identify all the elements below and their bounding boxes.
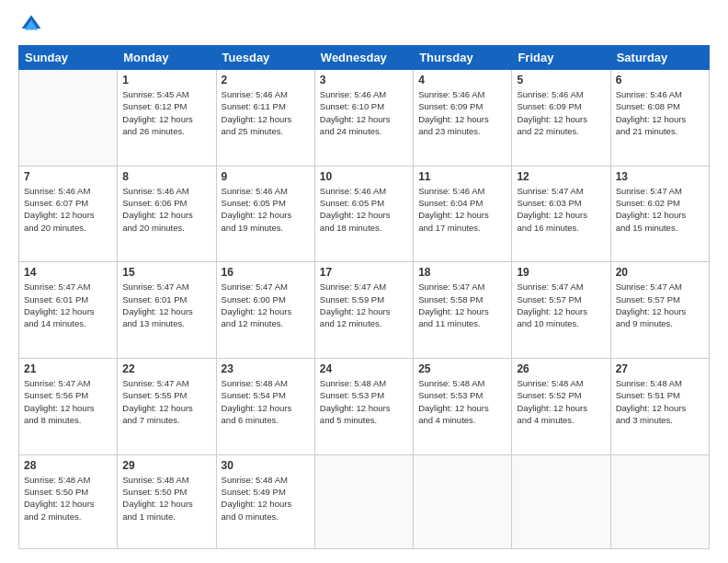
day-number: 28: [24, 459, 112, 472]
day-info: Sunrise: 5:47 AM Sunset: 6:01 PM Dayligh…: [122, 281, 210, 329]
day-number: 1: [122, 74, 210, 86]
day-cell: 27Sunrise: 5:48 AM Sunset: 5:51 PM Dayli…: [610, 359, 709, 455]
day-number: 19: [517, 266, 605, 279]
day-cell: 1Sunrise: 5:45 AM Sunset: 6:12 PM Daylig…: [118, 70, 216, 167]
day-number: 15: [122, 266, 210, 279]
day-info: Sunrise: 5:46 AM Sunset: 6:05 PM Dayligh…: [222, 185, 310, 234]
day-info: Sunrise: 5:47 AM Sunset: 6:02 PM Dayligh…: [616, 185, 704, 234]
day-number: 9: [222, 170, 310, 183]
day-number: 14: [24, 266, 112, 279]
day-info: Sunrise: 5:48 AM Sunset: 5:49 PM Dayligh…: [222, 474, 310, 523]
day-cell: 19Sunrise: 5:47 AM Sunset: 5:57 PM Dayli…: [512, 262, 610, 359]
day-cell: 10Sunrise: 5:46 AM Sunset: 6:05 PM Dayli…: [314, 166, 413, 262]
day-number: 2: [222, 74, 310, 86]
day-cell: [512, 454, 610, 548]
day-cell: 6Sunrise: 5:46 AM Sunset: 6:08 PM Daylig…: [610, 70, 709, 167]
day-number: 26: [517, 362, 605, 375]
day-info: Sunrise: 5:48 AM Sunset: 5:51 PM Dayligh…: [616, 377, 704, 426]
day-number: 17: [320, 266, 408, 279]
day-info: Sunrise: 5:47 AM Sunset: 5:55 PM Dayligh…: [122, 377, 210, 426]
day-info: Sunrise: 5:47 AM Sunset: 5:59 PM Dayligh…: [320, 281, 408, 329]
day-cell: 22Sunrise: 5:47 AM Sunset: 5:55 PM Dayli…: [118, 359, 216, 455]
day-cell: 11Sunrise: 5:46 AM Sunset: 6:04 PM Dayli…: [414, 166, 512, 262]
day-cell: 20Sunrise: 5:47 AM Sunset: 5:57 PM Dayli…: [610, 262, 709, 359]
week-row-2: 7Sunrise: 5:46 AM Sunset: 6:07 PM Daylig…: [19, 166, 710, 262]
day-number: 10: [320, 170, 408, 183]
day-info: Sunrise: 5:47 AM Sunset: 5:57 PM Dayligh…: [517, 281, 605, 329]
day-number: 16: [222, 266, 310, 279]
day-info: Sunrise: 5:48 AM Sunset: 5:52 PM Dayligh…: [517, 377, 605, 426]
day-cell: 25Sunrise: 5:48 AM Sunset: 5:53 PM Dayli…: [414, 359, 512, 455]
logo: [18, 14, 42, 36]
day-number: 22: [122, 362, 210, 375]
header-cell-tuesday: Tuesday: [216, 46, 314, 70]
day-cell: 21Sunrise: 5:47 AM Sunset: 5:56 PM Dayli…: [19, 359, 118, 455]
day-cell: 23Sunrise: 5:48 AM Sunset: 5:54 PM Dayli…: [216, 359, 314, 455]
day-info: Sunrise: 5:47 AM Sunset: 5:56 PM Dayligh…: [24, 377, 112, 426]
day-cell: [19, 70, 118, 167]
day-number: 3: [320, 74, 408, 86]
day-number: 30: [222, 459, 310, 472]
day-cell: 12Sunrise: 5:47 AM Sunset: 6:03 PM Dayli…: [512, 166, 610, 262]
header-cell-wednesday: Wednesday: [314, 46, 413, 70]
day-number: 27: [616, 362, 704, 375]
header-cell-monday: Monday: [118, 46, 216, 70]
day-cell: 13Sunrise: 5:47 AM Sunset: 6:02 PM Dayli…: [610, 166, 709, 262]
day-cell: 2Sunrise: 5:46 AM Sunset: 6:11 PM Daylig…: [216, 70, 314, 167]
day-cell: 8Sunrise: 5:46 AM Sunset: 6:06 PM Daylig…: [118, 166, 216, 262]
header-cell-saturday: Saturday: [610, 46, 709, 70]
day-info: Sunrise: 5:47 AM Sunset: 5:58 PM Dayligh…: [418, 281, 506, 329]
header-cell-thursday: Thursday: [414, 46, 512, 70]
day-cell: 17Sunrise: 5:47 AM Sunset: 5:59 PM Dayli…: [314, 262, 413, 359]
logo-icon: [20, 14, 42, 36]
day-info: Sunrise: 5:47 AM Sunset: 6:01 PM Dayligh…: [24, 281, 112, 329]
header-cell-sunday: Sunday: [19, 46, 118, 70]
day-info: Sunrise: 5:48 AM Sunset: 5:53 PM Dayligh…: [418, 377, 506, 426]
day-cell: 7Sunrise: 5:46 AM Sunset: 6:07 PM Daylig…: [19, 166, 118, 262]
header: [18, 14, 710, 36]
week-row-4: 21Sunrise: 5:47 AM Sunset: 5:56 PM Dayli…: [19, 359, 710, 455]
page: SundayMondayTuesdayWednesdayThursdayFrid…: [0, 0, 728, 563]
day-number: 7: [24, 170, 112, 183]
day-cell: 15Sunrise: 5:47 AM Sunset: 6:01 PM Dayli…: [118, 262, 216, 359]
day-number: 5: [517, 74, 605, 86]
day-cell: [414, 454, 512, 548]
day-cell: 16Sunrise: 5:47 AM Sunset: 6:00 PM Dayli…: [216, 262, 314, 359]
day-number: 21: [24, 362, 112, 375]
day-cell: 30Sunrise: 5:48 AM Sunset: 5:49 PM Dayli…: [216, 454, 314, 548]
week-row-1: 1Sunrise: 5:45 AM Sunset: 6:12 PM Daylig…: [19, 70, 710, 167]
day-number: 20: [616, 266, 704, 279]
day-cell: 4Sunrise: 5:46 AM Sunset: 6:09 PM Daylig…: [414, 70, 512, 167]
day-cell: [610, 454, 709, 548]
day-info: Sunrise: 5:47 AM Sunset: 6:00 PM Dayligh…: [222, 281, 310, 329]
day-cell: 29Sunrise: 5:48 AM Sunset: 5:50 PM Dayli…: [118, 454, 216, 548]
day-number: 13: [616, 170, 704, 183]
week-row-3: 14Sunrise: 5:47 AM Sunset: 6:01 PM Dayli…: [19, 262, 710, 359]
day-number: 12: [517, 170, 605, 183]
day-cell: 18Sunrise: 5:47 AM Sunset: 5:58 PM Dayli…: [414, 262, 512, 359]
day-number: 6: [616, 74, 704, 86]
day-cell: 26Sunrise: 5:48 AM Sunset: 5:52 PM Dayli…: [512, 359, 610, 455]
day-number: 29: [122, 459, 210, 472]
day-cell: 5Sunrise: 5:46 AM Sunset: 6:09 PM Daylig…: [512, 70, 610, 167]
day-info: Sunrise: 5:48 AM Sunset: 5:54 PM Dayligh…: [222, 377, 310, 426]
day-cell: 3Sunrise: 5:46 AM Sunset: 6:10 PM Daylig…: [314, 70, 413, 167]
day-cell: 24Sunrise: 5:48 AM Sunset: 5:53 PM Dayli…: [314, 359, 413, 455]
day-info: Sunrise: 5:46 AM Sunset: 6:09 PM Dayligh…: [517, 88, 605, 137]
day-info: Sunrise: 5:46 AM Sunset: 6:07 PM Dayligh…: [24, 185, 112, 234]
day-number: 8: [122, 170, 210, 183]
day-info: Sunrise: 5:46 AM Sunset: 6:04 PM Dayligh…: [418, 185, 506, 234]
day-number: 11: [418, 170, 506, 183]
day-number: 23: [222, 362, 310, 375]
day-cell: [314, 454, 413, 548]
day-cell: 14Sunrise: 5:47 AM Sunset: 6:01 PM Dayli…: [19, 262, 118, 359]
day-info: Sunrise: 5:46 AM Sunset: 6:08 PM Dayligh…: [616, 88, 704, 137]
day-info: Sunrise: 5:47 AM Sunset: 6:03 PM Dayligh…: [517, 185, 605, 234]
day-number: 4: [418, 74, 506, 86]
day-info: Sunrise: 5:46 AM Sunset: 6:11 PM Dayligh…: [222, 88, 310, 137]
day-info: Sunrise: 5:46 AM Sunset: 6:10 PM Dayligh…: [320, 88, 408, 137]
day-number: 24: [320, 362, 408, 375]
day-info: Sunrise: 5:47 AM Sunset: 5:57 PM Dayligh…: [616, 281, 704, 329]
day-info: Sunrise: 5:46 AM Sunset: 6:05 PM Dayligh…: [320, 185, 408, 234]
week-row-5: 28Sunrise: 5:48 AM Sunset: 5:50 PM Dayli…: [19, 454, 710, 548]
